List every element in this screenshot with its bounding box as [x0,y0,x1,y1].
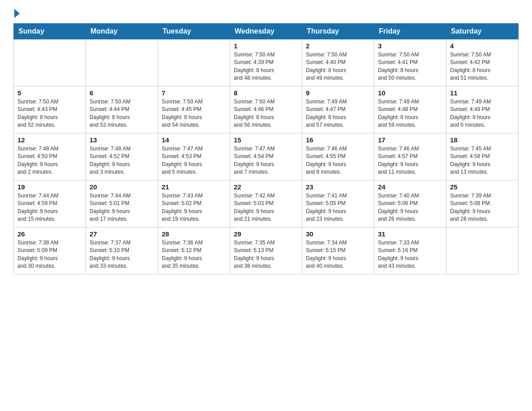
day-number: 5 [17,89,82,97]
weekday-header-monday: Monday [86,24,158,39]
calendar-cell: 16Sunrise: 7:46 AM Sunset: 4:55 PM Dayli… [302,133,374,180]
day-info: Sunrise: 7:35 AM Sunset: 5:13 PM Dayligh… [234,239,298,270]
logo-arrow-icon [14,9,20,18]
day-info: Sunrise: 7:40 AM Sunset: 5:06 PM Dayligh… [378,192,442,223]
weekday-header-friday: Friday [374,24,446,39]
day-number: 28 [162,230,226,238]
day-info: Sunrise: 7:50 AM Sunset: 4:39 PM Dayligh… [234,51,298,82]
day-info: Sunrise: 7:46 AM Sunset: 4:57 PM Dayligh… [378,145,442,176]
day-number: 8 [234,89,298,97]
week-row-1: 1Sunrise: 7:50 AM Sunset: 4:39 PM Daylig… [14,39,519,86]
day-number: 7 [162,89,226,97]
day-number: 19 [17,183,82,191]
day-number: 4 [450,42,515,50]
day-info: Sunrise: 7:50 AM Sunset: 4:44 PM Dayligh… [90,98,154,129]
weekday-header-tuesday: Tuesday [158,24,230,39]
day-info: Sunrise: 7:50 AM Sunset: 4:41 PM Dayligh… [378,51,442,82]
calendar-cell: 2Sunrise: 7:50 AM Sunset: 4:40 PM Daylig… [302,39,374,86]
day-number: 29 [234,230,298,238]
calendar-cell: 31Sunrise: 7:33 AM Sunset: 5:16 PM Dayli… [374,227,446,274]
page-header [13,9,519,15]
day-number: 3 [378,42,442,50]
day-number: 20 [90,183,154,191]
day-number: 14 [162,136,226,144]
day-info: Sunrise: 7:42 AM Sunset: 5:03 PM Dayligh… [234,192,298,223]
week-row-2: 5Sunrise: 7:50 AM Sunset: 4:43 PM Daylig… [14,86,519,133]
day-info: Sunrise: 7:45 AM Sunset: 4:58 PM Dayligh… [450,145,515,176]
calendar-cell: 7Sunrise: 7:50 AM Sunset: 4:45 PM Daylig… [158,86,230,133]
day-info: Sunrise: 7:47 AM Sunset: 4:54 PM Dayligh… [234,145,298,176]
day-info: Sunrise: 7:48 AM Sunset: 4:52 PM Dayligh… [90,145,154,176]
day-info: Sunrise: 7:50 AM Sunset: 4:43 PM Dayligh… [17,98,82,129]
logo [13,9,20,15]
calendar-cell [14,39,86,86]
day-number: 25 [450,183,515,191]
weekday-header-sunday: Sunday [14,24,86,39]
calendar-cell: 10Sunrise: 7:49 AM Sunset: 4:48 PM Dayli… [374,86,446,133]
day-info: Sunrise: 7:50 AM Sunset: 4:42 PM Dayligh… [450,51,515,82]
calendar-cell: 22Sunrise: 7:42 AM Sunset: 5:03 PM Dayli… [230,180,302,227]
calendar-cell: 29Sunrise: 7:35 AM Sunset: 5:13 PM Dayli… [230,227,302,274]
day-info: Sunrise: 7:44 AM Sunset: 4:59 PM Dayligh… [17,192,82,223]
weekday-header-thursday: Thursday [302,24,374,39]
calendar-cell: 17Sunrise: 7:46 AM Sunset: 4:57 PM Dayli… [374,133,446,180]
day-info: Sunrise: 7:50 AM Sunset: 4:45 PM Dayligh… [162,98,226,129]
day-info: Sunrise: 7:50 AM Sunset: 4:40 PM Dayligh… [306,51,370,82]
day-number: 21 [162,183,226,191]
day-number: 31 [378,230,442,238]
calendar-cell: 12Sunrise: 7:48 AM Sunset: 4:50 PM Dayli… [14,133,86,180]
day-number: 6 [90,89,154,97]
day-info: Sunrise: 7:47 AM Sunset: 4:53 PM Dayligh… [162,145,226,176]
calendar-cell: 3Sunrise: 7:50 AM Sunset: 4:41 PM Daylig… [374,39,446,86]
day-info: Sunrise: 7:34 AM Sunset: 5:15 PM Dayligh… [306,239,370,270]
day-number: 23 [306,183,370,191]
day-number: 22 [234,183,298,191]
day-number: 26 [17,230,82,238]
calendar-cell: 24Sunrise: 7:40 AM Sunset: 5:06 PM Dayli… [374,180,446,227]
day-number: 2 [306,42,370,50]
day-number: 1 [234,42,298,50]
day-number: 12 [17,136,82,144]
day-number: 24 [378,183,442,191]
calendar-cell: 1Sunrise: 7:50 AM Sunset: 4:39 PM Daylig… [230,39,302,86]
calendar-cell: 9Sunrise: 7:49 AM Sunset: 4:47 PM Daylig… [302,86,374,133]
day-number: 15 [234,136,298,144]
day-number: 30 [306,230,370,238]
day-number: 11 [450,89,515,97]
calendar-cell: 5Sunrise: 7:50 AM Sunset: 4:43 PM Daylig… [14,86,86,133]
calendar-cell: 19Sunrise: 7:44 AM Sunset: 4:59 PM Dayli… [14,180,86,227]
calendar-cell: 13Sunrise: 7:48 AM Sunset: 4:52 PM Dayli… [86,133,158,180]
calendar-cell: 26Sunrise: 7:38 AM Sunset: 5:09 PM Dayli… [14,227,86,274]
day-info: Sunrise: 7:49 AM Sunset: 4:49 PM Dayligh… [450,98,515,129]
calendar-cell: 23Sunrise: 7:41 AM Sunset: 5:05 PM Dayli… [302,180,374,227]
day-info: Sunrise: 7:46 AM Sunset: 4:55 PM Dayligh… [306,145,370,176]
calendar-cell: 14Sunrise: 7:47 AM Sunset: 4:53 PM Dayli… [158,133,230,180]
calendar-cell: 30Sunrise: 7:34 AM Sunset: 5:15 PM Dayli… [302,227,374,274]
day-info: Sunrise: 7:33 AM Sunset: 5:16 PM Dayligh… [378,239,442,270]
day-info: Sunrise: 7:49 AM Sunset: 4:48 PM Dayligh… [378,98,442,129]
day-info: Sunrise: 7:44 AM Sunset: 5:01 PM Dayligh… [90,192,154,223]
day-info: Sunrise: 7:36 AM Sunset: 5:12 PM Dayligh… [162,239,226,270]
day-number: 9 [306,89,370,97]
day-number: 18 [450,136,515,144]
day-info: Sunrise: 7:50 AM Sunset: 4:46 PM Dayligh… [234,98,298,129]
calendar-cell: 6Sunrise: 7:50 AM Sunset: 4:44 PM Daylig… [86,86,158,133]
calendar-cell: 20Sunrise: 7:44 AM Sunset: 5:01 PM Dayli… [86,180,158,227]
day-number: 10 [378,89,442,97]
calendar-cell: 15Sunrise: 7:47 AM Sunset: 4:54 PM Dayli… [230,133,302,180]
day-number: 27 [90,230,154,238]
calendar-cell: 4Sunrise: 7:50 AM Sunset: 4:42 PM Daylig… [446,39,519,86]
calendar-cell: 25Sunrise: 7:39 AM Sunset: 5:08 PM Dayli… [446,180,519,227]
calendar-cell: 27Sunrise: 7:37 AM Sunset: 5:10 PM Dayli… [86,227,158,274]
weekday-header-wednesday: Wednesday [230,24,302,39]
calendar-cell [446,227,519,274]
day-info: Sunrise: 7:43 AM Sunset: 5:02 PM Dayligh… [162,192,226,223]
day-info: Sunrise: 7:41 AM Sunset: 5:05 PM Dayligh… [306,192,370,223]
calendar-cell: 28Sunrise: 7:36 AM Sunset: 5:12 PM Dayli… [158,227,230,274]
calendar-cell: 21Sunrise: 7:43 AM Sunset: 5:02 PM Dayli… [158,180,230,227]
week-row-3: 12Sunrise: 7:48 AM Sunset: 4:50 PM Dayli… [14,133,519,180]
week-row-4: 19Sunrise: 7:44 AM Sunset: 4:59 PM Dayli… [14,180,519,227]
week-row-5: 26Sunrise: 7:38 AM Sunset: 5:09 PM Dayli… [14,227,519,274]
calendar-cell: 8Sunrise: 7:50 AM Sunset: 4:46 PM Daylig… [230,86,302,133]
calendar-cell: 11Sunrise: 7:49 AM Sunset: 4:49 PM Dayli… [446,86,519,133]
